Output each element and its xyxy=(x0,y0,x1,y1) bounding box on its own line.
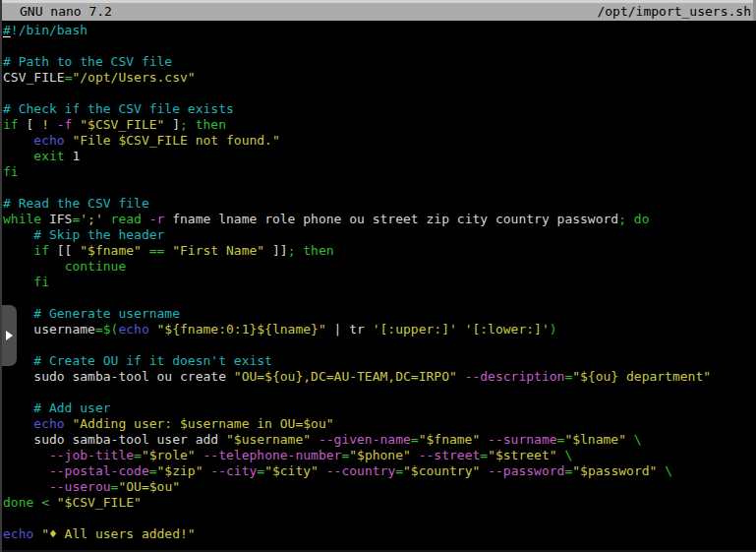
code-line[interactable]: --job-title="$role" --telephone-number="… xyxy=(2,448,756,463)
code-segment: --given-name xyxy=(319,432,411,447)
triangle-right-icon xyxy=(6,331,13,340)
code-segment: ';' xyxy=(80,212,102,226)
code-segment: "$street" xyxy=(488,448,556,462)
code-segment xyxy=(319,463,326,478)
code-line[interactable] xyxy=(2,385,756,400)
code-segment: if xyxy=(33,243,49,258)
code-line[interactable] xyxy=(2,38,756,54)
code-segment: # Add user xyxy=(33,400,110,415)
code-segment xyxy=(3,149,33,163)
code-line[interactable]: echo "Adding user: $username in OU=$ou" xyxy=(2,416,756,432)
code-line[interactable]: CSV_FILE="/opt/Users.csv" xyxy=(2,70,756,86)
code-line[interactable]: --userou="OU=$ou" xyxy=(2,479,756,495)
code-segment: = xyxy=(480,448,488,462)
code-segment: "$phone" xyxy=(349,448,411,462)
code-segment: "$role" xyxy=(142,448,196,462)
code-line[interactable]: fi xyxy=(2,164,756,180)
code-segment: # Path to the CSV file xyxy=(3,54,172,69)
code-segment: [[ xyxy=(49,243,80,258)
code-segment xyxy=(49,495,57,510)
code-line[interactable]: if [[ "$fname" == "First Name" ]]; then xyxy=(2,243,756,259)
app-title: GNU nano 7.2 xyxy=(20,3,112,21)
code-segment: -r xyxy=(149,212,165,226)
code-line[interactable]: # Create OU if it doesn't exist xyxy=(2,353,756,369)
code-line[interactable]: sudo samba-tool user add "$username" --g… xyxy=(2,432,756,448)
code-segment: '[:lower:]' xyxy=(465,322,550,337)
code-line[interactable] xyxy=(2,337,756,353)
code-segment xyxy=(3,479,49,494)
code-line[interactable]: # Read the CSV file xyxy=(2,196,756,212)
code-segment: sudo samba-tool user add xyxy=(3,432,226,447)
code-segment: \ xyxy=(665,463,672,478)
code-segment: # Generate username xyxy=(33,306,180,321)
editor-content[interactable]: #!/bin/bash# Path to the CSV fileCSV_FIL… xyxy=(2,21,756,542)
code-line[interactable]: if [ ! -f "$CSV_FILE" ]; then xyxy=(2,117,756,133)
code-segment: "Adding user: $username in OU=$ou" xyxy=(72,416,333,431)
code-segment: ; xyxy=(180,117,188,132)
code-line[interactable]: echo "File $CSV_FILE not found." xyxy=(2,133,756,149)
code-segment: =$( xyxy=(95,322,118,337)
code-line[interactable]: continue xyxy=(2,259,756,275)
code-segment: = xyxy=(395,463,403,478)
file-path: /opt/import_users.sh xyxy=(597,3,751,21)
code-segment: "♦ All users added!" xyxy=(41,526,196,541)
code-segment: continue xyxy=(65,259,127,274)
code-segment: fname lname role phone ou street zip cit… xyxy=(164,212,618,226)
code-line[interactable]: # Skip the header xyxy=(2,227,756,243)
code-segment: ] xyxy=(164,117,180,132)
code-line[interactable]: while IFS=';' read -r fname lname role p… xyxy=(2,212,756,227)
code-line[interactable]: sudo samba-tool ou create "OU=${ou},DC=A… xyxy=(2,369,756,385)
code-line[interactable]: --postal-code="$zip" --city="$city" --co… xyxy=(2,463,756,479)
code-line[interactable]: # Generate username xyxy=(2,306,756,322)
code-segment: --userou xyxy=(49,479,111,494)
code-segment xyxy=(480,432,488,447)
code-line[interactable]: exit 1 xyxy=(2,149,756,164)
code-segment: --description xyxy=(465,369,565,384)
code-segment: "${ou} department" xyxy=(572,369,711,384)
code-segment xyxy=(457,322,465,337)
code-segment: --job-title xyxy=(49,448,134,462)
code-segment xyxy=(3,448,49,462)
code-line[interactable]: #!/bin/bash xyxy=(2,23,756,38)
code-segment: "$zip" xyxy=(157,463,204,478)
code-line[interactable]: # Check if the CSV file exists xyxy=(2,101,756,117)
code-line[interactable] xyxy=(2,180,756,196)
code-line[interactable] xyxy=(2,290,756,306)
code-segment xyxy=(411,448,419,462)
code-segment xyxy=(142,212,149,226)
code-segment: == xyxy=(149,243,165,258)
code-line[interactable]: # Add user xyxy=(2,400,756,416)
code-line[interactable]: echo "♦ All users added!" xyxy=(2,526,756,542)
code-segment xyxy=(196,448,204,462)
code-segment xyxy=(33,495,41,510)
code-segment: --postal-code xyxy=(49,463,149,478)
code-segment: --street xyxy=(419,448,481,462)
code-segment: sudo samba-tool ou create xyxy=(3,369,234,384)
code-segment xyxy=(457,369,465,384)
code-segment: 1 xyxy=(65,149,81,163)
code-segment: ; xyxy=(618,212,626,226)
code-segment: "$fname" xyxy=(80,243,142,258)
code-segment: "$CSV_FILE" xyxy=(80,117,164,132)
code-line[interactable]: fi xyxy=(2,275,756,290)
code-segment: "$country" xyxy=(403,463,480,478)
code-line[interactable] xyxy=(2,86,756,101)
code-segment: -f xyxy=(57,117,73,132)
code-segment: "First Name" xyxy=(172,243,264,258)
code-segment xyxy=(3,259,65,274)
code-segment: read xyxy=(111,212,142,226)
code-line[interactable] xyxy=(2,511,756,526)
code-segment xyxy=(142,243,149,258)
code-segment: echo xyxy=(118,322,148,337)
code-line[interactable]: done < "$CSV_FILE" xyxy=(2,495,756,511)
code-segment: username xyxy=(3,322,95,337)
code-segment: = xyxy=(149,463,157,478)
code-line[interactable]: # Path to the CSV file xyxy=(2,54,756,70)
code-segment xyxy=(626,212,634,226)
code-line[interactable]: username=$(echo "${fname:0:1}${lname}" |… xyxy=(2,322,756,337)
side-panel-handle[interactable] xyxy=(2,305,17,366)
code-segment: '[:upper:]' xyxy=(373,322,457,337)
code-segment: "$fname" xyxy=(419,432,481,447)
code-segment: echo xyxy=(33,133,64,148)
code-segment: --telephone-number xyxy=(204,448,342,462)
